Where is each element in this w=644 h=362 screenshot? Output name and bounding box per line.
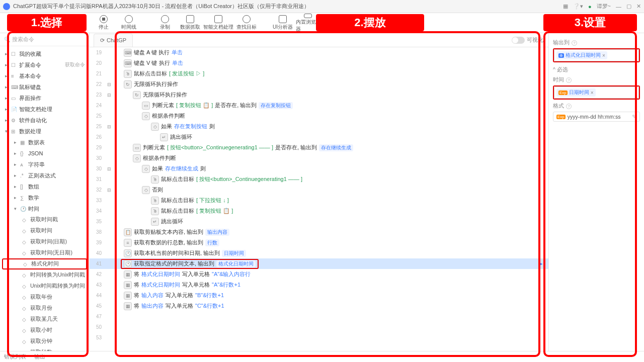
output-field[interactable]: ⊕格式化日期时间× ▾	[553, 48, 640, 62]
ui-analyzer-button[interactable]: UI分析器	[271, 14, 295, 33]
if-icon: ◇	[142, 165, 150, 173]
editor-panel: ⟳ ChatGP 可视化 19⌨键盘 A 键 执行 单击 20⌨键盘 V 键 执…	[90, 33, 548, 351]
element-icon: ▭	[133, 144, 141, 152]
stop-label: 停止	[99, 24, 109, 31]
annotation-2: 2.摆放	[316, 14, 424, 31]
minimize-button[interactable]: —	[616, 4, 621, 10]
time-field[interactable]: Exp日期时间× ▾	[553, 85, 640, 100]
visual-toggle-label: 可视化	[527, 36, 543, 44]
element-icon: ▭	[142, 102, 150, 110]
tree-data-table[interactable]: ▸▦数据表	[0, 137, 89, 148]
required-label: ^ 必选	[553, 66, 640, 73]
error-list-tab[interactable]: 错误列表	[4, 353, 26, 360]
else-icon: ◇	[142, 186, 150, 194]
user-status-icon[interactable]: ●	[588, 4, 592, 10]
format-label: 格式?	[553, 103, 640, 110]
timeline-button[interactable]: 时间线	[117, 14, 141, 33]
tree-time-nodate[interactable]: ◇获取时间(无日期)	[0, 247, 89, 258]
editor-tabs: ⟳ ChatGP 可视化	[90, 33, 548, 47]
grid-icon[interactable]: ▦	[563, 3, 568, 10]
tree-time-second[interactable]: ◇获取秒数	[0, 347, 89, 351]
maximize-button[interactable]: ▢	[626, 3, 631, 10]
annotation-3: 3.设置	[543, 14, 637, 31]
command-sidebar: 搜索命令 ▸☐我的收藏 ▸☐扩展命令获取命令 ▸≡基本命令 ▸⌨鼠标键盘 ▸▭界…	[0, 33, 90, 351]
tree-time-timestamp[interactable]: ◇获取时间戳	[0, 214, 89, 225]
keyboard-icon: ⌨	[124, 49, 132, 57]
window-controls: ▦ ❔▾ ● 谭梦~ — ▢ ✕	[563, 3, 641, 10]
tree-auto[interactable]: ▸⚙软件自动化	[0, 115, 89, 126]
close-button[interactable]: ✕	[636, 3, 641, 10]
output-label: 输出到?	[553, 39, 640, 46]
output-tab[interactable]: 输出	[34, 353, 45, 360]
exp-tag-icon: Exp	[556, 115, 566, 119]
click-icon: 🖱	[124, 70, 132, 78]
tree-extensions[interactable]: ▸☐扩展命令获取命令	[0, 59, 89, 70]
format-time-icon: 🕐	[124, 260, 132, 268]
visual-toggle[interactable]: 可视化	[512, 36, 543, 44]
if-icon: ◇	[151, 123, 159, 131]
time-label: 时间?	[553, 76, 640, 83]
remove-chip-icon: ×	[591, 90, 594, 96]
user-menu[interactable]: 谭梦~	[597, 3, 611, 10]
write-cell-icon: ▦	[124, 292, 132, 300]
code-editor[interactable]: 19⌨键盘 A 键 执行 单击 20⌨键盘 V 键 执行 单击 21🖱鼠标点击目…	[90, 47, 548, 351]
tree-favorites[interactable]: ▸☐我的收藏	[0, 48, 89, 59]
break-icon: ↵	[160, 133, 168, 141]
capture-label: 数据抓取	[180, 24, 200, 31]
edit-icon[interactable]: ✎	[632, 114, 636, 120]
condition-icon: ◇	[142, 112, 150, 120]
tree-data-time[interactable]: ▾🕐时间	[0, 203, 89, 214]
tree-time-year[interactable]: ◇获取年份	[0, 292, 89, 303]
capture-button[interactable]: 数据抓取	[178, 14, 202, 33]
stop-button[interactable]: 停止	[92, 14, 116, 33]
selected-line: 41🕐获取指定格式的时间文本, 输出到 格式化日期时间▶	[90, 258, 548, 269]
loop-icon: ↻	[133, 91, 141, 99]
record-button[interactable]: 录制	[153, 14, 177, 33]
smart-label: 智能文档处理	[203, 24, 233, 31]
tree-time-format[interactable]: ◇格式化时间	[2, 258, 87, 269]
tree-data-string[interactable]: ▸ᴀ字符串	[0, 159, 89, 170]
tree-time-hour[interactable]: ◇获取小时	[0, 325, 89, 336]
smart-doc-button[interactable]: 智能文档处理	[203, 14, 233, 33]
condition-icon: ◇	[133, 154, 141, 162]
ui-analyzer-label: UI分析器	[273, 24, 293, 31]
tree-time-month[interactable]: ◇获取月份	[0, 303, 89, 314]
properties-panel: 输出到? ⊕格式化日期时间× ▾ ^ 必选 时间? Exp日期时间× ▾ 格式?…	[548, 33, 644, 351]
tree-time-get[interactable]: ◇获取时间	[0, 225, 89, 236]
search-input[interactable]: 搜索命令	[0, 33, 89, 46]
tree-time-to-unix[interactable]: ◇时间转换为Unix时间戳	[0, 269, 89, 281]
tab-chatgp[interactable]: ⟳ ChatGP	[94, 34, 133, 47]
tree-time-date[interactable]: ◇获取时间(日期)	[0, 236, 89, 247]
run-line-icon[interactable]: ▶	[538, 260, 542, 267]
exp-tag-icon: Exp	[558, 90, 568, 95]
tree-time-days[interactable]: ◇获取某几天	[0, 314, 89, 325]
tree-ui-op[interactable]: ▸▭界面操作	[0, 93, 89, 104]
click-icon: 🖱	[151, 175, 159, 184]
break-icon: ↵	[151, 218, 159, 226]
tree-data-json[interactable]: ▸{}JSON	[0, 148, 89, 159]
tree-data-math[interactable]: ▸∑数学	[0, 192, 89, 203]
tree-base[interactable]: ▸≡基本命令	[0, 70, 89, 81]
tree-data-regex[interactable]: ▸.*正则表达式	[0, 170, 89, 181]
switch-icon[interactable]	[512, 37, 525, 44]
clipboard-icon: 📋	[124, 228, 132, 236]
tree-data-array[interactable]: ▸[]数组	[0, 181, 89, 192]
remove-chip-icon: ×	[602, 53, 605, 58]
tree-time-from-unix[interactable]: ◇Unix时间戳转换为时间	[0, 281, 89, 292]
write-cell-icon: ▦	[124, 281, 132, 289]
timeline-label: 时间线	[121, 24, 136, 31]
help-icon[interactable]: ❔▾	[573, 3, 583, 10]
tree-doc[interactable]: ▸📄智能文档处理	[0, 104, 89, 115]
help-icon: ?	[572, 40, 577, 46]
get-command-link[interactable]: 获取命令	[65, 61, 85, 68]
record-label: 录制	[160, 24, 170, 31]
find-target-button[interactable]: 查找目标	[234, 14, 259, 33]
format-field[interactable]: Expyyyy-mm-dd hh:mm:ss ✎	[553, 112, 640, 122]
command-tree: ▸☐我的收藏 ▸☐扩展命令获取命令 ▸≡基本命令 ▸⌨鼠标键盘 ▸▭界面操作 ▸…	[0, 46, 89, 351]
write-cell-icon: ▦	[124, 302, 132, 310]
tree-data[interactable]: ▾⊞数据处理	[0, 126, 89, 137]
tree-time-minute[interactable]: ◇获取分钟	[0, 336, 89, 347]
status-bar: 错误列表 输出	[0, 351, 644, 362]
tree-mouse-kb[interactable]: ▸⌨鼠标键盘	[0, 81, 89, 93]
click-icon: 🖱	[151, 207, 159, 215]
